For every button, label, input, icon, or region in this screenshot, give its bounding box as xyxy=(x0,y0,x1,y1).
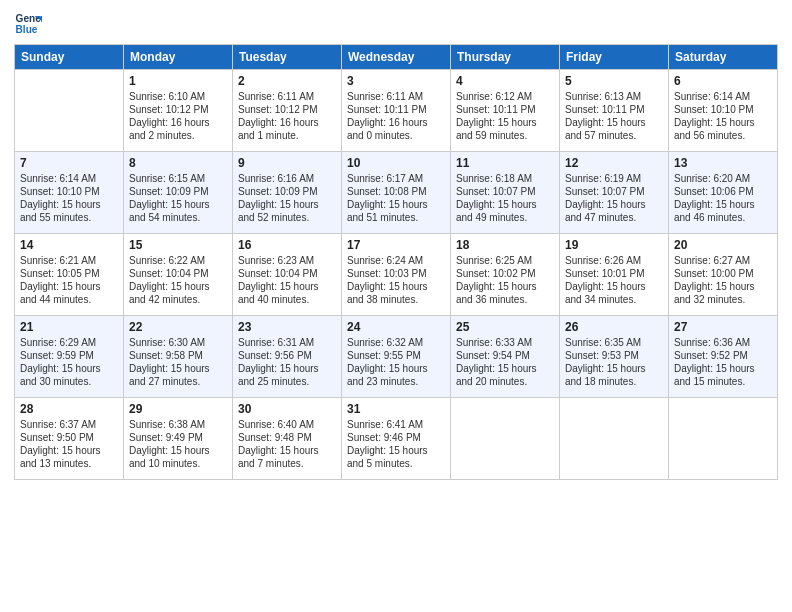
day-number: 31 xyxy=(347,401,445,417)
day-number: 8 xyxy=(129,155,227,171)
week-row-5: 28Sunrise: 6:37 AM Sunset: 9:50 PM Dayli… xyxy=(15,398,778,480)
calendar-cell: 3Sunrise: 6:11 AM Sunset: 10:11 PM Dayli… xyxy=(342,70,451,152)
day-number: 18 xyxy=(456,237,554,253)
calendar-table: SundayMondayTuesdayWednesdayThursdayFrid… xyxy=(14,44,778,480)
day-info: Sunrise: 6:12 AM Sunset: 10:11 PM Daylig… xyxy=(456,90,554,142)
svg-text:Blue: Blue xyxy=(16,24,38,35)
calendar-cell: 20Sunrise: 6:27 AM Sunset: 10:00 PM Dayl… xyxy=(669,234,778,316)
day-info: Sunrise: 6:22 AM Sunset: 10:04 PM Daylig… xyxy=(129,254,227,306)
day-info: Sunrise: 6:14 AM Sunset: 10:10 PM Daylig… xyxy=(674,90,772,142)
day-number: 9 xyxy=(238,155,336,171)
day-info: Sunrise: 6:26 AM Sunset: 10:01 PM Daylig… xyxy=(565,254,663,306)
day-info: Sunrise: 6:36 AM Sunset: 9:52 PM Dayligh… xyxy=(674,336,772,388)
calendar-cell: 13Sunrise: 6:20 AM Sunset: 10:06 PM Dayl… xyxy=(669,152,778,234)
day-number: 13 xyxy=(674,155,772,171)
calendar-cell: 8Sunrise: 6:15 AM Sunset: 10:09 PM Dayli… xyxy=(124,152,233,234)
weekday-wednesday: Wednesday xyxy=(342,45,451,70)
day-info: Sunrise: 6:20 AM Sunset: 10:06 PM Daylig… xyxy=(674,172,772,224)
calendar-cell xyxy=(560,398,669,480)
day-number: 4 xyxy=(456,73,554,89)
day-info: Sunrise: 6:14 AM Sunset: 10:10 PM Daylig… xyxy=(20,172,118,224)
calendar-cell: 19Sunrise: 6:26 AM Sunset: 10:01 PM Dayl… xyxy=(560,234,669,316)
day-number: 16 xyxy=(238,237,336,253)
day-number: 20 xyxy=(674,237,772,253)
day-number: 21 xyxy=(20,319,118,335)
day-info: Sunrise: 6:13 AM Sunset: 10:11 PM Daylig… xyxy=(565,90,663,142)
day-number: 19 xyxy=(565,237,663,253)
day-info: Sunrise: 6:27 AM Sunset: 10:00 PM Daylig… xyxy=(674,254,772,306)
day-number: 6 xyxy=(674,73,772,89)
calendar-cell: 2Sunrise: 6:11 AM Sunset: 10:12 PM Dayli… xyxy=(233,70,342,152)
weekday-header-row: SundayMondayTuesdayWednesdayThursdayFrid… xyxy=(15,45,778,70)
calendar-cell: 24Sunrise: 6:32 AM Sunset: 9:55 PM Dayli… xyxy=(342,316,451,398)
day-info: Sunrise: 6:40 AM Sunset: 9:48 PM Dayligh… xyxy=(238,418,336,470)
weekday-thursday: Thursday xyxy=(451,45,560,70)
week-row-1: 1Sunrise: 6:10 AM Sunset: 10:12 PM Dayli… xyxy=(15,70,778,152)
calendar-cell xyxy=(451,398,560,480)
day-number: 29 xyxy=(129,401,227,417)
calendar-cell: 28Sunrise: 6:37 AM Sunset: 9:50 PM Dayli… xyxy=(15,398,124,480)
day-info: Sunrise: 6:11 AM Sunset: 10:11 PM Daylig… xyxy=(347,90,445,142)
calendar-cell: 26Sunrise: 6:35 AM Sunset: 9:53 PM Dayli… xyxy=(560,316,669,398)
week-row-3: 14Sunrise: 6:21 AM Sunset: 10:05 PM Dayl… xyxy=(15,234,778,316)
day-info: Sunrise: 6:10 AM Sunset: 10:12 PM Daylig… xyxy=(129,90,227,142)
calendar-cell: 30Sunrise: 6:40 AM Sunset: 9:48 PM Dayli… xyxy=(233,398,342,480)
day-info: Sunrise: 6:32 AM Sunset: 9:55 PM Dayligh… xyxy=(347,336,445,388)
calendar-cell xyxy=(669,398,778,480)
day-number: 5 xyxy=(565,73,663,89)
day-info: Sunrise: 6:30 AM Sunset: 9:58 PM Dayligh… xyxy=(129,336,227,388)
logo-icon: General Blue xyxy=(14,10,42,38)
calendar-cell: 14Sunrise: 6:21 AM Sunset: 10:05 PM Dayl… xyxy=(15,234,124,316)
day-info: Sunrise: 6:35 AM Sunset: 9:53 PM Dayligh… xyxy=(565,336,663,388)
day-number: 25 xyxy=(456,319,554,335)
day-info: Sunrise: 6:41 AM Sunset: 9:46 PM Dayligh… xyxy=(347,418,445,470)
day-info: Sunrise: 6:33 AM Sunset: 9:54 PM Dayligh… xyxy=(456,336,554,388)
calendar-cell: 17Sunrise: 6:24 AM Sunset: 10:03 PM Dayl… xyxy=(342,234,451,316)
calendar-cell: 7Sunrise: 6:14 AM Sunset: 10:10 PM Dayli… xyxy=(15,152,124,234)
day-info: Sunrise: 6:16 AM Sunset: 10:09 PM Daylig… xyxy=(238,172,336,224)
calendar-cell: 5Sunrise: 6:13 AM Sunset: 10:11 PM Dayli… xyxy=(560,70,669,152)
day-info: Sunrise: 6:25 AM Sunset: 10:02 PM Daylig… xyxy=(456,254,554,306)
day-number: 14 xyxy=(20,237,118,253)
calendar-cell: 9Sunrise: 6:16 AM Sunset: 10:09 PM Dayli… xyxy=(233,152,342,234)
day-info: Sunrise: 6:18 AM Sunset: 10:07 PM Daylig… xyxy=(456,172,554,224)
day-info: Sunrise: 6:31 AM Sunset: 9:56 PM Dayligh… xyxy=(238,336,336,388)
day-number: 24 xyxy=(347,319,445,335)
calendar-cell: 29Sunrise: 6:38 AM Sunset: 9:49 PM Dayli… xyxy=(124,398,233,480)
header: General Blue xyxy=(14,10,778,38)
day-number: 23 xyxy=(238,319,336,335)
day-info: Sunrise: 6:15 AM Sunset: 10:09 PM Daylig… xyxy=(129,172,227,224)
svg-text:General: General xyxy=(16,13,42,24)
day-number: 2 xyxy=(238,73,336,89)
calendar-cell: 15Sunrise: 6:22 AM Sunset: 10:04 PM Dayl… xyxy=(124,234,233,316)
day-info: Sunrise: 6:11 AM Sunset: 10:12 PM Daylig… xyxy=(238,90,336,142)
weekday-friday: Friday xyxy=(560,45,669,70)
calendar-cell: 25Sunrise: 6:33 AM Sunset: 9:54 PM Dayli… xyxy=(451,316,560,398)
day-number: 3 xyxy=(347,73,445,89)
day-number: 10 xyxy=(347,155,445,171)
week-row-2: 7Sunrise: 6:14 AM Sunset: 10:10 PM Dayli… xyxy=(15,152,778,234)
calendar-cell: 27Sunrise: 6:36 AM Sunset: 9:52 PM Dayli… xyxy=(669,316,778,398)
day-info: Sunrise: 6:24 AM Sunset: 10:03 PM Daylig… xyxy=(347,254,445,306)
weekday-monday: Monday xyxy=(124,45,233,70)
day-number: 11 xyxy=(456,155,554,171)
page-container: General Blue SundayMondayTuesdayWednesda… xyxy=(0,0,792,486)
day-number: 22 xyxy=(129,319,227,335)
calendar-cell: 23Sunrise: 6:31 AM Sunset: 9:56 PM Dayli… xyxy=(233,316,342,398)
calendar-cell: 21Sunrise: 6:29 AM Sunset: 9:59 PM Dayli… xyxy=(15,316,124,398)
day-number: 17 xyxy=(347,237,445,253)
calendar-cell: 31Sunrise: 6:41 AM Sunset: 9:46 PM Dayli… xyxy=(342,398,451,480)
day-info: Sunrise: 6:19 AM Sunset: 10:07 PM Daylig… xyxy=(565,172,663,224)
calendar-cell: 1Sunrise: 6:10 AM Sunset: 10:12 PM Dayli… xyxy=(124,70,233,152)
day-info: Sunrise: 6:21 AM Sunset: 10:05 PM Daylig… xyxy=(20,254,118,306)
weekday-sunday: Sunday xyxy=(15,45,124,70)
day-number: 27 xyxy=(674,319,772,335)
day-number: 15 xyxy=(129,237,227,253)
day-number: 26 xyxy=(565,319,663,335)
day-info: Sunrise: 6:23 AM Sunset: 10:04 PM Daylig… xyxy=(238,254,336,306)
calendar-cell: 4Sunrise: 6:12 AM Sunset: 10:11 PM Dayli… xyxy=(451,70,560,152)
day-number: 28 xyxy=(20,401,118,417)
calendar-cell: 12Sunrise: 6:19 AM Sunset: 10:07 PM Dayl… xyxy=(560,152,669,234)
calendar-cell: 11Sunrise: 6:18 AM Sunset: 10:07 PM Dayl… xyxy=(451,152,560,234)
day-info: Sunrise: 6:38 AM Sunset: 9:49 PM Dayligh… xyxy=(129,418,227,470)
